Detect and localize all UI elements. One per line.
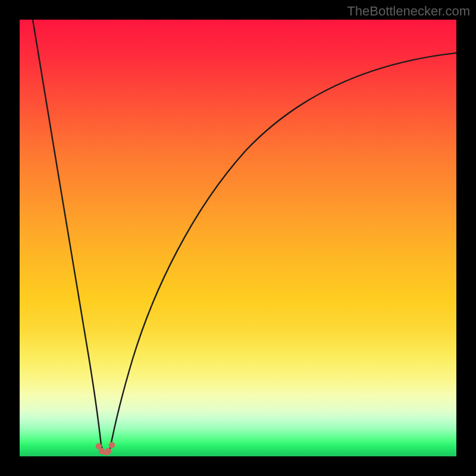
chart-frame: TheBottlenecker.com — [0, 0, 476, 476]
right-curve — [109, 53, 456, 452]
cusp-marker — [99, 448, 105, 454]
cusp-marker — [105, 448, 111, 454]
plot-area — [20, 20, 456, 456]
cusp-marker — [109, 442, 115, 448]
curve-layer — [20, 20, 456, 456]
attribution-text: TheBottlenecker.com — [347, 4, 470, 19]
left-curve — [33, 20, 103, 452]
